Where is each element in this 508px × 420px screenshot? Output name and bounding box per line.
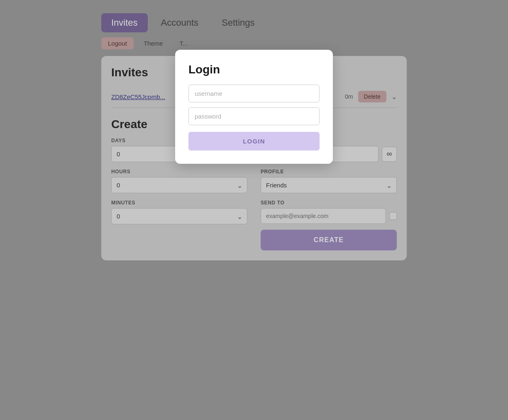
modal-overlay: Login LOGIN: [0, 0, 508, 420]
main-content: Invites Accounts Settings Logout Theme T…: [0, 0, 508, 420]
modal-title: Login: [188, 63, 320, 76]
username-input[interactable]: [188, 85, 320, 102]
login-button[interactable]: LOGIN: [188, 132, 320, 151]
login-modal: Login LOGIN: [175, 50, 333, 164]
password-input[interactable]: [188, 107, 320, 125]
